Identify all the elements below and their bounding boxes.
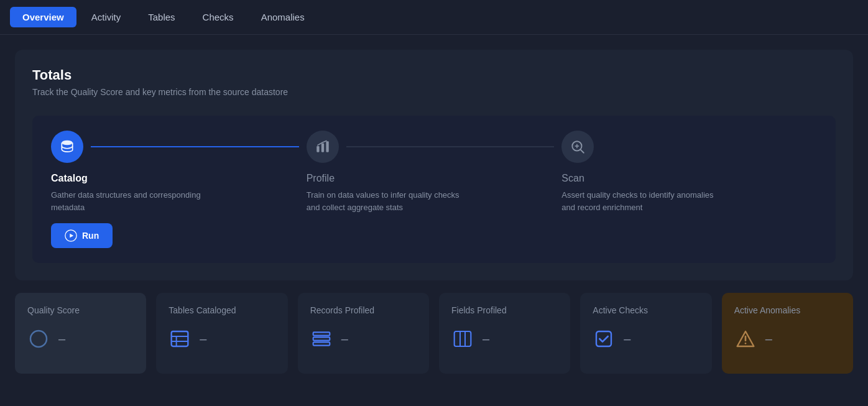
circle-icon (29, 329, 48, 349)
check-icon (594, 329, 614, 349)
scan-step-desc: Assert quality checks to identify anomal… (561, 189, 723, 213)
profile-step-title: Profile (307, 173, 543, 184)
fields-icon (453, 329, 473, 349)
tab-checks[interactable]: Checks (190, 7, 246, 27)
tab-activity[interactable]: Activity (79, 7, 134, 27)
svg-rect-21 (596, 331, 611, 346)
active-checks-icon (593, 328, 615, 350)
tab-tables[interactable]: Tables (136, 7, 187, 27)
svg-rect-17 (313, 342, 330, 345)
catalog-step-desc: Gather data structures and corresponding… (51, 189, 213, 213)
profile-icon (315, 139, 331, 155)
table-icon (170, 329, 190, 349)
step-profile: Profile Train on data values to infer qu… (307, 131, 562, 248)
tab-anomalies[interactable]: Anomalies (249, 7, 317, 27)
tables-cataloged-value: – (200, 332, 206, 346)
totals-title: Totals (32, 67, 836, 83)
warning-icon (736, 329, 755, 349)
svg-rect-5 (326, 141, 328, 152)
main-content: Totals Track the Quality Score and key m… (0, 35, 868, 389)
active-checks-value: – (624, 332, 630, 346)
metric-active-checks: Active Checks – (580, 293, 711, 374)
fields-profiled-label: Fields Profiled (451, 305, 558, 315)
step-catalog: Catalog Gather data structures and corre… (51, 131, 307, 248)
records-profiled-value: – (341, 332, 348, 346)
catalog-icon-circle (51, 131, 83, 163)
connector-profile-scan (346, 146, 555, 147)
active-checks-label: Active Checks (593, 305, 699, 315)
metrics-row: Quality Score – Tables Cataloged (15, 293, 853, 374)
records-profiled-icon (310, 328, 333, 350)
records-profiled-label: Records Profiled (310, 305, 417, 315)
svg-point-0 (62, 141, 72, 145)
svg-rect-4 (321, 144, 324, 152)
tables-cataloged-label: Tables Cataloged (169, 305, 275, 315)
scan-step-title: Scan (561, 173, 817, 184)
active-anomalies-label: Active Anomalies (734, 305, 841, 315)
svg-line-7 (581, 149, 584, 152)
connector-catalog-profile (91, 146, 299, 147)
totals-subtitle: Track the Quality Score and key metrics … (32, 87, 836, 97)
tables-cataloged-icon (169, 328, 191, 350)
svg-rect-11 (172, 331, 188, 346)
catalog-icon (59, 139, 75, 155)
svg-rect-15 (313, 332, 330, 335)
scan-icon (570, 139, 586, 155)
run-label: Run (82, 231, 99, 241)
metric-fields-profiled: Fields Profiled – (439, 293, 570, 374)
quality-score-label: Quality Score (27, 305, 134, 315)
catalog-step-title: Catalog (51, 173, 288, 184)
metric-active-anomalies: Active Anomalies – (722, 293, 853, 374)
active-anomalies-icon (734, 328, 757, 350)
svg-marker-2 (70, 234, 73, 238)
fields-profiled-value: – (482, 332, 489, 346)
step-scan: Scan Assert quality checks to identify a… (561, 131, 817, 248)
metric-quality-score: Quality Score – (15, 293, 146, 374)
top-nav: Overview Activity Tables Checks Anomalie… (0, 0, 868, 35)
metric-records-profiled: Records Profiled – (298, 293, 429, 374)
quality-score-value: – (58, 332, 65, 346)
quality-score-icon (27, 328, 50, 350)
profile-icon-circle (307, 131, 339, 163)
fields-profiled-icon (451, 328, 474, 350)
scan-icon-circle (561, 131, 594, 163)
profile-step-desc: Train on data values to infer quality ch… (307, 189, 468, 213)
active-anomalies-value: – (765, 332, 772, 346)
records-icon (312, 329, 331, 349)
play-icon (65, 229, 77, 242)
svg-rect-3 (316, 146, 319, 152)
metric-tables-cataloged: Tables Cataloged – (156, 293, 287, 374)
svg-point-10 (30, 331, 47, 347)
svg-rect-16 (313, 337, 330, 340)
totals-card: Totals Track the Quality Score and key m… (15, 50, 853, 280)
tab-overview[interactable]: Overview (10, 7, 76, 27)
run-button[interactable]: Run (51, 223, 113, 248)
svg-rect-18 (455, 331, 471, 346)
svg-point-24 (744, 343, 746, 344)
